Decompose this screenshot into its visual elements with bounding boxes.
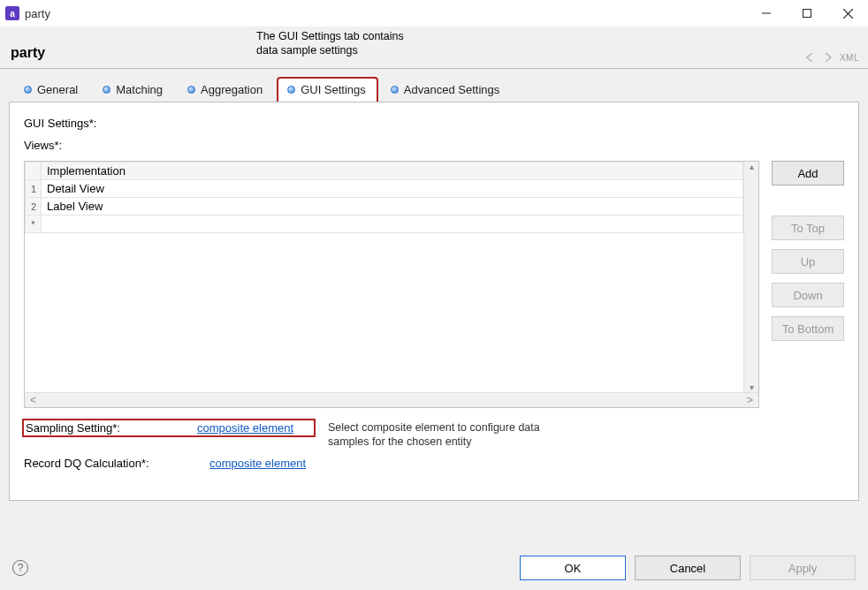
scroll-right-icon[interactable]: > xyxy=(747,394,753,406)
to-bottom-button[interactable]: To Bottom xyxy=(772,316,844,341)
cancel-button[interactable]: Cancel xyxy=(635,556,741,580)
to-top-button[interactable]: To Top xyxy=(772,216,844,240)
maximize-button[interactable] xyxy=(787,0,827,26)
header-strip: party The GUI Settings tab contains data… xyxy=(0,26,868,69)
tab-aggregation[interactable]: Aggregation xyxy=(178,78,274,102)
tab-gui-settings[interactable]: GUI Settings xyxy=(278,78,377,102)
scroll-down-icon[interactable]: ▾ xyxy=(750,382,754,392)
down-button[interactable]: Down xyxy=(772,283,844,307)
row-header-blank xyxy=(26,163,42,180)
help-icon[interactable]: ? xyxy=(12,560,28,576)
cell-implementation[interactable] xyxy=(42,216,743,233)
bullet-icon xyxy=(391,86,399,94)
close-button[interactable] xyxy=(827,0,868,26)
close-icon xyxy=(843,9,853,19)
scroll-left-icon[interactable]: < xyxy=(30,394,36,406)
gui-settings-panel: GUI Settings*: Views*: Implementation 1 … xyxy=(9,102,859,501)
tab-label: Aggregation xyxy=(201,83,263,96)
views-label: Views*: xyxy=(24,139,844,152)
table-row[interactable]: 1 Detail View xyxy=(26,180,743,198)
column-header-implementation[interactable]: Implementation xyxy=(42,163,743,180)
apply-button[interactable]: Apply xyxy=(750,556,856,580)
vertical-scrollbar[interactable]: ▴ ▾ xyxy=(743,162,758,392)
bullet-icon xyxy=(103,86,110,94)
annotation-line: data sample settings xyxy=(256,44,404,58)
footer-buttons: OK Cancel Apply xyxy=(520,556,856,580)
horizontal-scrollbar[interactable]: < > xyxy=(25,392,758,407)
sampling-setting-row: Sampling Setting*: composite element Sel… xyxy=(24,419,844,455)
spacer xyxy=(772,194,844,207)
annotation-text: The GUI Settings tab contains data sampl… xyxy=(256,30,404,57)
recorddq-label: Record DQ Calculation*: xyxy=(24,457,195,470)
bullet-icon xyxy=(24,86,32,94)
recorddq-setting-row: Record DQ Calculation*: composite elemen… xyxy=(24,455,844,475)
gui-settings-label: GUI Settings*: xyxy=(24,117,844,130)
tabs-row: General Matching Aggregation GUI Setting… xyxy=(0,69,868,102)
minimize-icon xyxy=(762,9,771,18)
sampling-label: Sampling Setting*: xyxy=(26,421,197,435)
table-header-row: Implementation xyxy=(26,163,743,180)
tab-label: GUI Settings xyxy=(301,83,366,96)
window-title: party xyxy=(25,7,50,20)
tab-matching[interactable]: Matching xyxy=(93,78,174,102)
annotation-line: The GUI Settings tab contains xyxy=(256,30,404,44)
views-side-buttons: Add To Top Up Down To Bottom xyxy=(772,161,844,341)
recorddq-link[interactable]: composite element xyxy=(209,457,324,470)
row-number: 2 xyxy=(26,198,42,216)
footer: ? OK Cancel Apply xyxy=(0,546,868,590)
forward-arrow-icon[interactable] xyxy=(822,52,834,63)
page-title: party xyxy=(11,45,45,61)
setting-rows: Sampling Setting*: composite element Sel… xyxy=(24,419,844,475)
titlebar: a party xyxy=(0,0,868,26)
cell-implementation[interactable]: Detail View xyxy=(42,180,743,198)
scroll-up-icon[interactable]: ▴ xyxy=(750,162,754,171)
help-line: Select composite element to configure da… xyxy=(328,420,540,435)
svg-rect-1 xyxy=(803,10,811,18)
tab-general[interactable]: General xyxy=(14,78,89,102)
tab-label: Matching xyxy=(116,83,163,96)
app-icon: a xyxy=(5,6,19,20)
sampling-link[interactable]: composite element xyxy=(197,421,312,435)
table-row-new[interactable]: * xyxy=(26,216,743,233)
bullet-icon xyxy=(187,86,195,94)
maximize-icon xyxy=(803,9,811,18)
table-row[interactable]: 2 Label View xyxy=(26,198,743,216)
tab-label: Advanced Settings xyxy=(404,83,499,96)
header-nav-icons: XML xyxy=(804,52,859,63)
tab-advanced-settings[interactable]: Advanced Settings xyxy=(381,78,511,102)
help-line: samples for the chosen entity xyxy=(328,435,540,449)
minimize-button[interactable] xyxy=(746,0,787,26)
bullet-icon xyxy=(287,86,295,94)
row-number: * xyxy=(26,216,42,233)
row-number: 1 xyxy=(26,180,42,198)
sampling-highlight: Sampling Setting*: composite element xyxy=(24,420,314,435)
views-table[interactable]: Implementation 1 Detail View 2 Label Vie… xyxy=(24,161,759,408)
xml-view-button[interactable]: XML xyxy=(840,53,859,63)
back-arrow-icon[interactable] xyxy=(804,52,817,63)
add-button[interactable]: Add xyxy=(772,161,844,185)
views-area: Implementation 1 Detail View 2 Label Vie… xyxy=(24,161,844,408)
cell-implementation[interactable]: Label View xyxy=(42,198,743,216)
ok-button[interactable]: OK xyxy=(520,556,626,580)
tab-label: General xyxy=(37,83,78,96)
up-button[interactable]: Up xyxy=(772,249,844,274)
sampling-help: Select composite element to configure da… xyxy=(328,420,540,450)
